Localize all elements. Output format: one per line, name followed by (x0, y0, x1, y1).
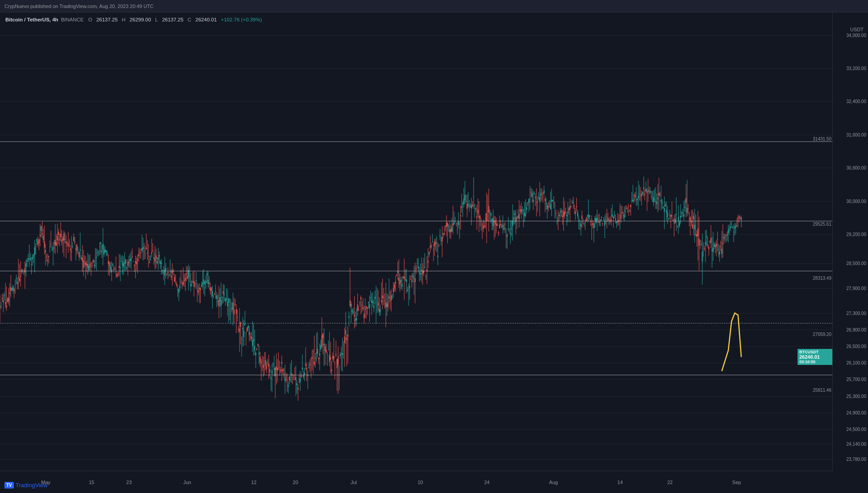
svg-rect-820 (443, 233, 444, 235)
svg-rect-898 (485, 219, 486, 219)
svg-rect-1048 (566, 215, 567, 216)
svg-rect-126 (67, 244, 68, 244)
svg-rect-48 (25, 268, 25, 273)
svg-rect-1140 (616, 222, 617, 223)
svg-rect-622 (335, 354, 336, 356)
svg-rect-594 (320, 345, 321, 349)
svg-rect-1120 (605, 219, 606, 220)
svg-rect-1254 (678, 217, 679, 220)
svg-rect-512 (276, 367, 277, 370)
xaxis-date-label: 10 (417, 480, 423, 485)
svg-rect-218 (116, 274, 117, 276)
svg-rect-1066 (576, 206, 577, 207)
svg-rect-188 (100, 243, 101, 244)
low-value: 26137.25 (162, 17, 183, 22)
svg-rect-388 (209, 283, 210, 284)
svg-rect-872 (471, 205, 472, 208)
chart-area[interactable]: BTCUSDT26240.0103:10:55 (0, 12, 832, 471)
svg-rect-1010 (546, 203, 546, 204)
svg-rect-712 (384, 301, 385, 301)
svg-rect-740 (399, 281, 400, 285)
svg-rect-936 (506, 236, 507, 236)
svg-rect-946 (511, 228, 512, 229)
svg-rect-1076 (582, 215, 583, 219)
svg-rect-988 (534, 194, 535, 194)
svg-rect-616 (332, 356, 333, 358)
support-resistance-line (0, 375, 832, 375)
svg-rect-704 (380, 310, 381, 311)
support-resistance-line (0, 271, 832, 271)
svg-rect-400 (215, 291, 216, 291)
svg-rect-1304 (705, 242, 706, 245)
svg-rect-752 (406, 280, 407, 282)
svg-rect-174 (93, 260, 94, 262)
svg-rect-474 (255, 353, 256, 355)
svg-rect-0 (0, 27, 832, 471)
svg-rect-994 (537, 201, 538, 202)
svg-rect-1154 (624, 215, 624, 218)
tv-text: TradingView (16, 482, 48, 489)
price-value: 26240.01 (799, 354, 820, 360)
svg-rect-738 (398, 278, 399, 281)
svg-rect-4 (0, 307, 1, 307)
svg-rect-26 (12, 286, 13, 290)
svg-rect-614 (331, 369, 332, 372)
yaxis-price-label: 24,500.00 (847, 427, 867, 432)
svg-rect-812 (438, 245, 439, 245)
high-label: H (122, 17, 125, 22)
svg-rect-1096 (592, 224, 593, 224)
svg-rect-804 (434, 241, 435, 246)
svg-rect-396 (213, 296, 214, 296)
svg-rect-90 (47, 260, 48, 261)
svg-rect-756 (408, 289, 409, 289)
svg-rect-1314 (711, 238, 711, 243)
svg-rect-412 (222, 297, 223, 298)
svg-rect-610 (329, 355, 330, 362)
svg-rect-1268 (686, 198, 686, 203)
svg-rect-602 (325, 346, 326, 351)
svg-rect-1310 (708, 247, 709, 249)
svg-rect-1250 (676, 214, 677, 215)
svg-rect-728 (393, 288, 394, 292)
svg-rect-1068 (577, 212, 578, 216)
svg-rect-664 (358, 310, 359, 310)
svg-rect-14 (6, 305, 7, 307)
svg-rect-660 (356, 318, 357, 320)
svg-rect-982 (530, 192, 531, 193)
svg-rect-1240 (670, 215, 671, 216)
svg-rect-114 (60, 234, 61, 237)
svg-rect-1308 (707, 244, 708, 245)
svg-rect-824 (445, 226, 446, 227)
yaxis-price-label: 24,900.00 (847, 410, 867, 415)
svg-rect-1006 (544, 191, 545, 194)
svg-rect-348 (187, 276, 188, 278)
svg-rect-638 (344, 336, 345, 343)
svg-rect-868 (469, 206, 470, 207)
svg-rect-1212 (655, 201, 656, 202)
svg-rect-178 (95, 261, 96, 261)
svg-rect-264 (141, 248, 142, 250)
svg-rect-1038 (561, 211, 562, 212)
svg-rect-1214 (656, 202, 657, 204)
svg-rect-1348 (729, 228, 730, 229)
svg-rect-362 (194, 283, 195, 283)
svg-rect-16 (7, 298, 8, 302)
svg-rect-268 (144, 252, 145, 252)
svg-rect-1272 (688, 208, 689, 209)
svg-rect-214 (114, 269, 115, 269)
svg-rect-96 (50, 244, 51, 244)
svg-rect-192 (103, 244, 103, 249)
svg-rect-346 (186, 273, 187, 274)
svg-rect-918 (496, 224, 497, 225)
svg-rect-86 (45, 250, 46, 253)
svg-rect-308 (165, 268, 166, 270)
svg-rect-1262 (682, 213, 683, 213)
yaxis-price-label: 33,200.00 (847, 66, 867, 70)
svg-rect-978 (529, 199, 529, 203)
svg-rect-908 (491, 214, 492, 215)
svg-rect-970 (524, 212, 525, 216)
svg-rect-1354 (732, 228, 733, 228)
support-resistance-line (0, 141, 832, 142)
svg-rect-22 (10, 287, 11, 291)
svg-rect-440 (237, 317, 238, 317)
